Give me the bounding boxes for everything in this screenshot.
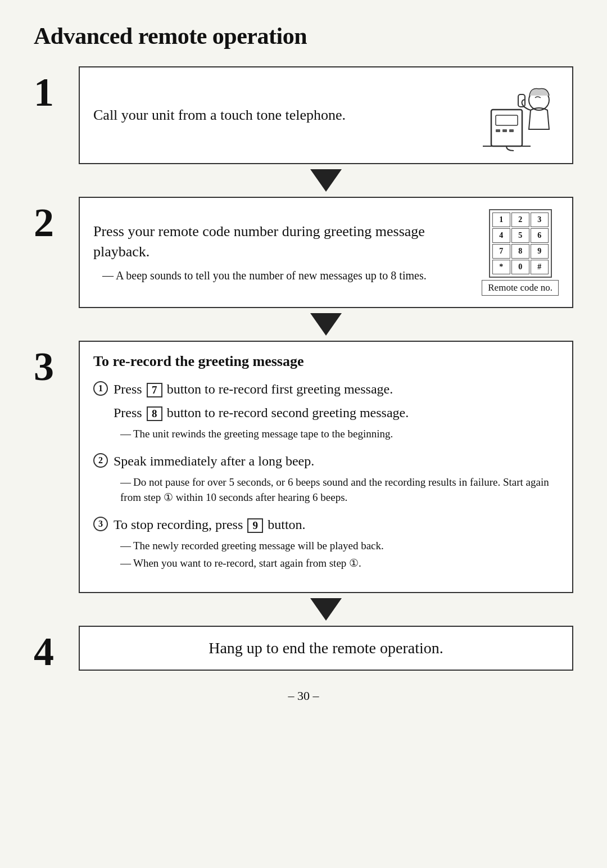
sub-3-pre: To stop recording, press [114, 517, 246, 532]
step-3-number: 3 [34, 346, 73, 387]
step-3-sub-3: 3 To stop recording, press 9 button. The… [93, 516, 559, 573]
key-9-button: 9 [247, 518, 263, 533]
circle-3: 3 [93, 517, 108, 531]
key-8: 8 [511, 244, 529, 259]
sub-2-text: Speak immediately after a long beep. [114, 452, 559, 471]
key-6: 6 [531, 228, 549, 243]
step-3-sub-2: 2 Speak immediately after a long beep. D… [93, 452, 559, 508]
step-3-sub-1: 1 Press 7 button to re-record first gree… [93, 380, 559, 444]
step-2-main-text: Press your remote code number during gre… [93, 221, 470, 263]
step-1-text: Call your unit from a touch tone telepho… [93, 105, 457, 125]
sub-1-pre-8: Press [114, 405, 146, 420]
key-7: 7 [492, 244, 510, 259]
key-star: * [492, 260, 510, 274]
step-2-number: 2 [34, 202, 73, 243]
remote-code-label: Remote code no. [482, 280, 559, 296]
step-1-box: Call your unit from a touch tone telepho… [79, 66, 573, 164]
svg-rect-7 [518, 94, 525, 107]
arrow-3-4 [79, 595, 573, 623]
circle-2: 2 [93, 453, 108, 468]
sub-2-content: Speak immediately after a long beep. Do … [114, 452, 559, 508]
key-3: 3 [531, 213, 549, 227]
svg-rect-1 [496, 115, 518, 125]
sub-1-pre-7: Press [114, 382, 146, 396]
circle-1: 1 [93, 381, 108, 396]
step-2-container: 2 Press your remote code number during g… [34, 197, 573, 308]
page-title: Advanced remote operation [34, 22, 573, 49]
sub-1-content: Press 7 button to re-record first greeti… [114, 380, 559, 444]
step-4-text: Hang up to end the remote operation. [93, 639, 559, 657]
arrow-1-2 [79, 166, 573, 195]
step-4-box: Hang up to end the remote operation. [79, 626, 573, 671]
sub-1-post-7: button to re-record first greeting messa… [164, 382, 393, 396]
step-4-number: 4 [34, 631, 73, 672]
keypad-wrap: 1 2 3 4 5 6 7 8 9 * 0 # Remote code no. [482, 209, 559, 296]
arrow-2-3 [79, 310, 573, 338]
svg-rect-3 [502, 129, 507, 132]
key-9: 9 [531, 244, 549, 259]
arrow-down-icon [310, 169, 342, 192]
key-5: 5 [511, 228, 529, 243]
step-2-content: Press your remote code number during gre… [93, 221, 470, 284]
sub-3-post: button. [264, 517, 305, 532]
step-3-heading: To re-record the greeting message [93, 353, 559, 370]
step-2-note: A beep sounds to tell you the number of … [93, 268, 470, 283]
svg-rect-4 [509, 129, 514, 132]
sub-1-note: The unit rewinds the greeting message ta… [114, 427, 559, 442]
keypad: 1 2 3 4 5 6 7 8 9 * 0 # [489, 209, 552, 278]
key-0: 0 [511, 260, 529, 274]
svg-rect-2 [496, 129, 500, 132]
key-hash: # [531, 260, 549, 274]
step-2-box: Press your remote code number during gre… [79, 197, 573, 308]
key-1: 1 [492, 213, 510, 227]
step-3-container: 3 To re-record the greeting message 1 Pr… [34, 341, 573, 593]
arrow-down-icon-2 [310, 313, 342, 336]
key-7-button: 7 [147, 383, 162, 397]
step-4-container: 4 Hang up to end the remote operation. [34, 626, 573, 672]
sub-1-post-8: button to re-record second greeting mess… [164, 405, 409, 420]
sub-3-line: To stop recording, press 9 button. [114, 516, 559, 535]
arrow-down-icon-3 [310, 598, 342, 621]
telephone-illustration [457, 79, 559, 152]
sub-1-line2: Press 8 button to re-record second greet… [114, 404, 559, 423]
page-footer: – 30 – [34, 689, 573, 703]
step-1-container: 1 Call your unit from a touch tone telep… [34, 66, 573, 164]
step-3-box: To re-record the greeting message 1 Pres… [79, 341, 573, 593]
sub-1-line1: Press 7 button to re-record first greeti… [114, 380, 559, 399]
key-8-button: 8 [147, 406, 162, 421]
step-1-number: 1 [34, 72, 73, 112]
key-4: 4 [492, 228, 510, 243]
sub-3-note-2: When you want to re-record, start again … [114, 556, 559, 571]
sub-3-note-1: The newly recorded greeting message will… [114, 539, 559, 554]
key-2: 2 [511, 213, 529, 227]
sub-2-note: Do not pause for over 5 seconds, or 6 be… [114, 475, 559, 505]
sub-3-content: To stop recording, press 9 button. The n… [114, 516, 559, 573]
